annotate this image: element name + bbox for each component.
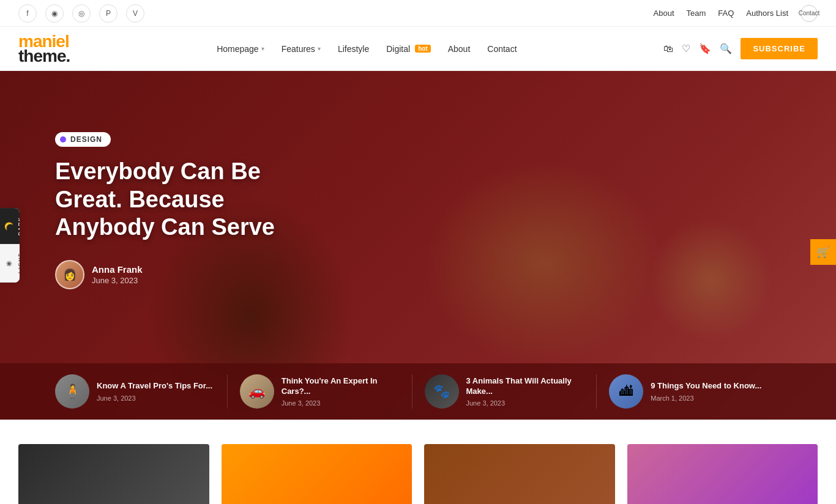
top-nav-authors-list[interactable]: Authors List bbox=[746, 9, 788, 18]
article-date: March 1, 2023 bbox=[651, 395, 769, 402]
sun-icon: ☀ bbox=[5, 258, 13, 268]
below-card[interactable] bbox=[627, 444, 818, 504]
cart-float-button[interactable]: 🛒 bbox=[810, 239, 836, 265]
nav-digital-label: Digital bbox=[386, 44, 410, 54]
article-info: Think You're An Expert In Cars?... June … bbox=[282, 376, 400, 407]
light-mode-toggle[interactable]: ☀ LIGHT bbox=[0, 244, 20, 283]
nav-lifestyle[interactable]: Lifestyle bbox=[338, 44, 369, 54]
article-title: Think You're An Expert In Cars?... bbox=[282, 376, 400, 397]
nav-features-label: Features bbox=[282, 44, 315, 54]
hero-content: DESIGN Everybody Can Be Great. Because A… bbox=[55, 132, 324, 289]
theme-toggle: 🌙 DARK ☀ LIGHT bbox=[0, 208, 20, 283]
chevron-down-icon: ▾ bbox=[318, 45, 321, 52]
author-name: Anna Frank bbox=[92, 264, 143, 275]
hot-badge: hot bbox=[415, 45, 431, 53]
hero-title: Everybody Can Be Great. Because Anybody … bbox=[55, 158, 324, 242]
heart-icon[interactable]: ♡ bbox=[682, 43, 690, 54]
nav-digital[interactable]: Digital hot bbox=[386, 44, 430, 54]
hero-author[interactable]: 👩 Anna Frank June 3, 2023 bbox=[55, 260, 324, 289]
nav-homepage[interactable]: Homepage ▾ bbox=[217, 44, 264, 54]
article-thumbnail: 🏙 bbox=[609, 374, 643, 409]
avatar: 👩 bbox=[55, 260, 84, 289]
article-thumbnail: 🚗 bbox=[240, 374, 274, 409]
top-nav-links: About Team FAQ Authors List Contact bbox=[654, 5, 818, 22]
vimeo-icon[interactable]: V bbox=[126, 4, 144, 23]
list-item[interactable]: 🚗 Think You're An Expert In Cars?... Jun… bbox=[227, 374, 412, 409]
nav-lifestyle-label: Lifestyle bbox=[338, 44, 369, 54]
article-title: Know A Travel Pro's Tips For... bbox=[97, 381, 215, 391]
nav-contact[interactable]: Contact bbox=[487, 44, 517, 54]
thumb-placeholder: 🏙 bbox=[609, 374, 643, 409]
nav-about[interactable]: About bbox=[448, 44, 471, 54]
top-nav-faq[interactable]: FAQ bbox=[718, 9, 734, 18]
moon-icon: 🌙 bbox=[5, 221, 13, 231]
below-card[interactable] bbox=[222, 444, 412, 504]
article-thumbnail: 🐾 bbox=[425, 374, 459, 409]
article-info: 3 Animals That Will Actually Make... Jun… bbox=[466, 376, 584, 407]
article-date: June 3, 2023 bbox=[97, 395, 215, 402]
category-badge[interactable]: DESIGN bbox=[55, 132, 111, 147]
bookmark-icon[interactable]: 🔖 bbox=[699, 43, 711, 54]
hero-section: 🌙 DARK ☀ LIGHT DESIGN Everybody Can Be G… bbox=[0, 71, 836, 420]
search-icon[interactable]: 🔍 bbox=[720, 43, 732, 54]
logo[interactable]: maniel theme. bbox=[18, 33, 70, 65]
article-date: June 3, 2023 bbox=[466, 399, 584, 407]
logo-bottom: theme. bbox=[18, 48, 70, 65]
nav-links: Homepage ▾ Features ▾ Lifestyle Digital … bbox=[217, 44, 517, 54]
subscribe-button[interactable]: SUBSCRIBE bbox=[741, 38, 818, 59]
article-info: Know A Travel Pro's Tips For... June 3, … bbox=[97, 381, 215, 402]
thumb-placeholder: 🐾 bbox=[425, 374, 459, 409]
dark-mode-toggle[interactable]: 🌙 DARK bbox=[0, 208, 20, 244]
thumb-placeholder: 🚗 bbox=[240, 374, 274, 409]
social-icons: f ◉ ◎ P V bbox=[18, 4, 144, 23]
nav-about-label: About bbox=[448, 44, 471, 54]
facebook-icon[interactable]: f bbox=[18, 4, 37, 23]
cart-float-icon: 🛒 bbox=[816, 245, 830, 259]
main-nav: maniel theme. Homepage ▾ Features ▾ Life… bbox=[0, 27, 836, 71]
cart-icon[interactable]: 🛍 bbox=[663, 43, 673, 54]
article-title: 3 Animals That Will Actually Make... bbox=[466, 376, 584, 397]
avatar-placeholder: 👩 bbox=[63, 268, 77, 281]
author-info: Anna Frank June 3, 2023 bbox=[92, 264, 143, 285]
list-item[interactable]: 🧍 Know A Travel Pro's Tips For... June 3… bbox=[55, 374, 227, 409]
article-title: 9 Things You Need to Know... bbox=[651, 381, 769, 391]
nav-contact-label: Contact bbox=[487, 44, 517, 54]
top-nav-team[interactable]: Team bbox=[687, 9, 706, 18]
below-hero-section bbox=[0, 420, 836, 504]
article-thumbnail: 🧍 bbox=[55, 374, 89, 409]
below-card[interactable] bbox=[424, 444, 615, 504]
dark-label: DARK bbox=[17, 217, 20, 235]
chevron-down-icon: ▾ bbox=[261, 45, 264, 52]
pinterest-icon[interactable]: P bbox=[99, 4, 118, 23]
below-card[interactable] bbox=[18, 444, 209, 504]
badge-dot bbox=[60, 136, 66, 143]
contact-label: Contact bbox=[799, 10, 819, 17]
nav-icon-group: 🛍 ♡ 🔖 🔍 SUBSCRIBE bbox=[663, 38, 818, 59]
dribbble-icon[interactable]: ◉ bbox=[45, 4, 64, 23]
top-bar: f ◉ ◎ P V About Team FAQ Authors List Co… bbox=[0, 0, 836, 27]
thumb-placeholder: 🧍 bbox=[55, 374, 89, 409]
list-item[interactable]: 🐾 3 Animals That Will Actually Make... J… bbox=[412, 374, 597, 409]
nav-features[interactable]: Features ▾ bbox=[282, 44, 321, 54]
hero-articles-strip: 🧍 Know A Travel Pro's Tips For... June 3… bbox=[0, 363, 836, 420]
light-label: LIGHT bbox=[17, 253, 20, 273]
article-info: 9 Things You Need to Know... March 1, 20… bbox=[651, 381, 769, 402]
contact-circle-icon[interactable]: Contact bbox=[801, 5, 818, 22]
badge-label: DESIGN bbox=[70, 135, 102, 144]
author-date: June 3, 2023 bbox=[92, 276, 143, 285]
list-item[interactable]: 🏙 9 Things You Need to Know... March 1, … bbox=[596, 374, 781, 409]
instagram-icon[interactable]: ◎ bbox=[72, 4, 91, 23]
article-date: June 3, 2023 bbox=[282, 399, 400, 407]
top-nav-about[interactable]: About bbox=[654, 9, 674, 18]
nav-homepage-label: Homepage bbox=[217, 44, 259, 54]
